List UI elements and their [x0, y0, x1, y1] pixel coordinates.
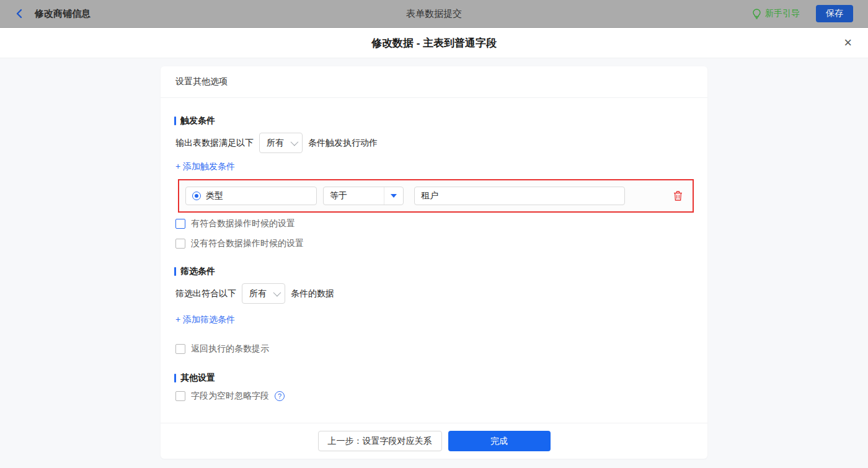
caret-box[interactable]	[384, 187, 403, 205]
ignore-empty-checkbox[interactable]	[175, 391, 185, 401]
trigger-section-title: 触发条件	[174, 115, 694, 126]
checkbox-row-has-match: 有符合数据操作时候的设置	[175, 218, 694, 230]
lightbulb-icon	[752, 9, 761, 19]
previous-step-button[interactable]: 上一步：设置字段对应关系	[318, 431, 442, 451]
filter-match-select[interactable]: 所有	[242, 283, 285, 304]
save-button[interactable]: 保存	[816, 5, 853, 22]
checkbox-row-count-hint: 返回执行的条数提示	[175, 343, 694, 355]
topbar: 修改商铺信息 表单数据提交 新手引导 保存	[0, 0, 868, 28]
modal-dialog: 修改数据 - 主表到普通字段 × 设置其他选项 触发条件 输出表数据满足以下 所…	[0, 28, 868, 468]
card-body: 触发条件 输出表数据满足以下 所有 条件触发执行动作 + 添加触发条件 类型	[161, 98, 707, 423]
section-accent-bar	[174, 117, 176, 125]
filter-section-title: 筛选条件	[174, 266, 694, 277]
section-accent-bar	[174, 267, 176, 276]
card-footer: 上一步：设置字段对应关系 完成	[161, 423, 707, 459]
chevron-down-icon	[291, 138, 299, 146]
has-match-checkbox[interactable]	[175, 219, 185, 229]
guide-label: 新手引导	[765, 8, 800, 19]
trigger-match-select[interactable]: 所有	[259, 133, 303, 153]
sentence-prefix: 筛选出符合以下	[175, 288, 236, 299]
checkbox-row-no-match: 没有符合数据操作时候的设置	[175, 237, 694, 250]
options-card: 设置其他选项 触发条件 输出表数据满足以下 所有 条件触发执行动作 + 添加触发…	[161, 66, 707, 459]
count-hint-checkbox[interactable]	[175, 344, 185, 354]
close-icon[interactable]: ×	[844, 35, 852, 50]
no-match-checkbox[interactable]	[175, 239, 185, 249]
dialog-header: 修改数据 - 主表到普通字段 ×	[0, 28, 868, 58]
dialog-title: 修改数据 - 主表到普通字段	[371, 36, 497, 50]
condition-field-input[interactable]: 类型	[185, 187, 317, 205]
page-title[interactable]: 修改商铺信息	[35, 8, 91, 20]
section-accent-bar	[174, 374, 176, 382]
sentence-suffix: 条件触发执行动作	[308, 138, 378, 149]
add-trigger-condition-link[interactable]: + 添加触发条件	[175, 161, 235, 172]
dialog-body: 设置其他选项 触发条件 输出表数据满足以下 所有 条件触发执行动作 + 添加触发…	[0, 58, 868, 468]
done-button[interactable]: 完成	[448, 431, 551, 451]
radio-field-icon	[192, 192, 201, 200]
caret-down-icon	[391, 194, 397, 198]
trigger-condition-row: 类型 等于 租户	[178, 179, 694, 213]
app-title: 表单数据提交	[0, 8, 868, 20]
help-question-icon[interactable]: ?	[275, 391, 285, 401]
delete-condition-icon[interactable]	[673, 191, 683, 201]
card-header: 设置其他选项	[161, 66, 707, 98]
sentence-prefix: 输出表数据满足以下	[175, 138, 254, 149]
sentence-suffix: 条件的数据	[291, 288, 334, 299]
beginner-guide-link[interactable]: 新手引导	[752, 8, 800, 19]
trigger-match-sentence: 输出表数据满足以下 所有 条件触发执行动作	[175, 133, 694, 153]
other-section-title: 其他设置	[174, 373, 694, 384]
condition-value-input[interactable]: 租户	[414, 187, 625, 205]
chevron-down-icon	[273, 289, 281, 297]
checkbox-row-ignore-empty: 字段为空时忽略字段 ?	[175, 390, 694, 402]
filter-match-sentence: 筛选出符合以下 所有 条件的数据	[175, 283, 694, 304]
add-filter-condition-link[interactable]: + 添加筛选条件	[175, 314, 235, 325]
condition-operator-select[interactable]: 等于	[323, 187, 404, 205]
back-chevron-icon[interactable]	[15, 8, 26, 19]
